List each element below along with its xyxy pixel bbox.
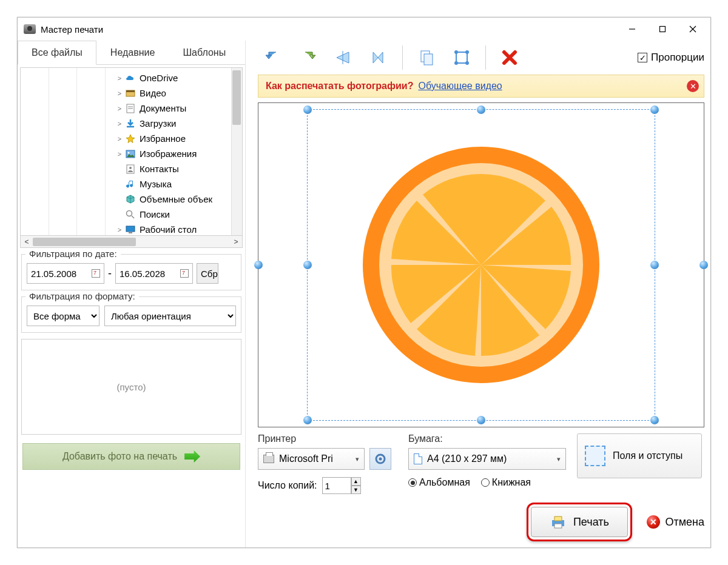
tree-item[interactable]: >Документы bbox=[106, 101, 242, 116]
resize-handle[interactable] bbox=[303, 261, 312, 269]
downloads-icon bbox=[125, 119, 136, 129]
print-button-highlight: Печать bbox=[527, 503, 632, 541]
svg-point-22 bbox=[465, 50, 469, 54]
print-button[interactable]: Печать bbox=[531, 507, 628, 537]
date-filter-box: Фильтрация по дате: 21.05.2008 - 16.05.2… bbox=[21, 254, 241, 290]
date-from-input[interactable]: 21.05.2008 bbox=[27, 263, 104, 284]
svg-point-24 bbox=[465, 61, 469, 65]
date-reset-button[interactable]: Сбросить bbox=[197, 263, 218, 284]
resize-handle[interactable] bbox=[650, 416, 659, 424]
maximize-button[interactable] bbox=[647, 19, 678, 39]
rotate-right-button[interactable] bbox=[293, 44, 323, 71]
margins-icon bbox=[585, 446, 605, 466]
orientation-landscape-radio[interactable]: Альбомная bbox=[408, 477, 470, 488]
cancel-button[interactable]: ✕ Отмена bbox=[647, 515, 704, 529]
svg-rect-15 bbox=[126, 226, 135, 232]
fav-icon bbox=[125, 134, 136, 144]
tree-item[interactable]: >Рабочий стол bbox=[106, 222, 242, 235]
printer-settings-button[interactable] bbox=[369, 448, 391, 470]
left-panel: Все файлы Недавние Шаблоны >OneDrive>Вид… bbox=[18, 41, 246, 547]
camera-icon bbox=[24, 24, 36, 34]
date-filter-label: Фильтрация по дате: bbox=[25, 249, 121, 259]
calendar-icon[interactable] bbox=[92, 269, 100, 278]
resize-handle[interactable] bbox=[477, 416, 485, 424]
svg-point-21 bbox=[454, 50, 458, 54]
video-icon bbox=[125, 89, 136, 98]
paper-combo[interactable]: A4 (210 x 297 мм) ▾ bbox=[408, 448, 566, 470]
tree-item[interactable]: Контакты bbox=[106, 161, 242, 176]
resize-handle[interactable] bbox=[303, 416, 312, 424]
tree-item[interactable]: >Загрузки bbox=[106, 116, 242, 131]
copies-label: Число копий: bbox=[258, 480, 317, 491]
tree-item[interactable]: >Изображения bbox=[106, 146, 242, 161]
tree-item[interactable]: Музыка bbox=[106, 176, 242, 192]
copy-button[interactable] bbox=[411, 44, 442, 71]
format-filter-label: Фильтрация по формату: bbox=[25, 291, 139, 301]
delete-button[interactable] bbox=[494, 44, 525, 71]
onedrive-icon bbox=[125, 73, 136, 83]
tab-all-files[interactable]: Все файлы bbox=[18, 41, 96, 65]
tree-item[interactable]: Поиски bbox=[106, 207, 242, 222]
resize-handle-left[interactable] bbox=[254, 261, 263, 269]
rotate-left-button[interactable] bbox=[258, 44, 288, 71]
tree-item[interactable]: >Избранное bbox=[106, 131, 242, 146]
svg-rect-31 bbox=[554, 524, 562, 528]
printer-combo[interactable]: Microsoft Pri ▾ bbox=[258, 448, 365, 470]
resize-handle[interactable] bbox=[650, 261, 659, 269]
orientation-combo[interactable]: Любая ориентация bbox=[104, 306, 236, 326]
page-icon bbox=[414, 453, 422, 464]
cancel-icon: ✕ bbox=[647, 515, 660, 529]
print-canvas[interactable] bbox=[258, 102, 704, 427]
resize-handle[interactable] bbox=[650, 105, 659, 114]
paper-label: Бумага: bbox=[408, 433, 566, 444]
printer-icon bbox=[550, 515, 566, 529]
orange-slice-image[interactable] bbox=[354, 138, 608, 392]
tab-templates[interactable]: Шаблоны bbox=[169, 41, 240, 64]
hint-close-icon[interactable]: ✕ bbox=[687, 80, 699, 92]
file-browser: >OneDrive>Видео>Документы>Загрузки>Избра… bbox=[20, 67, 243, 236]
tab-recent[interactable]: Недавние bbox=[96, 41, 169, 64]
flip-vertical-button[interactable] bbox=[328, 44, 359, 71]
resize-handle[interactable] bbox=[477, 105, 485, 114]
search-icon bbox=[125, 210, 136, 219]
pictures-icon bbox=[125, 149, 136, 159]
proportions-checkbox[interactable]: ✓ Пропорции bbox=[638, 52, 704, 64]
svg-line-14 bbox=[132, 216, 134, 218]
right-panel: ✓ Пропорции Как распечатать фотографии? … bbox=[246, 41, 710, 547]
svg-rect-5 bbox=[126, 90, 135, 92]
tree-item[interactable]: Объемные объек bbox=[106, 192, 242, 207]
svg-rect-16 bbox=[129, 232, 132, 233]
svg-rect-20 bbox=[456, 52, 467, 63]
flip-horizontal-button[interactable] bbox=[363, 44, 394, 71]
tutorial-video-link[interactable]: Обучающее видео bbox=[418, 81, 502, 92]
desktop-icon bbox=[125, 225, 136, 235]
folder-tree[interactable]: >OneDrive>Видео>Документы>Загрузки>Избра… bbox=[106, 68, 242, 235]
svg-point-13 bbox=[127, 210, 132, 216]
minimize-button[interactable] bbox=[617, 19, 647, 39]
svg-rect-1 bbox=[660, 27, 666, 32]
svg-point-28 bbox=[379, 458, 382, 461]
margins-button[interactable]: Поля и отступы bbox=[577, 433, 702, 478]
add-photo-button[interactable]: Добавить фото на печать bbox=[22, 443, 240, 470]
printer-label: Принтер bbox=[258, 433, 397, 444]
checkbox-icon: ✓ bbox=[638, 53, 647, 62]
contacts-icon bbox=[125, 164, 136, 174]
date-to-input[interactable]: 16.05.2028 bbox=[115, 263, 193, 284]
horizontal-scrollbar[interactable]: <> bbox=[20, 236, 243, 248]
copies-input[interactable]: ▲▼ bbox=[322, 477, 361, 494]
vertical-scrollbar[interactable] bbox=[231, 68, 242, 235]
svg-point-10 bbox=[128, 152, 130, 153]
calendar-icon[interactable] bbox=[180, 269, 189, 278]
resize-handle[interactable] bbox=[303, 105, 312, 114]
close-button[interactable] bbox=[678, 19, 708, 39]
3d-icon bbox=[125, 195, 136, 204]
hint-question: Как распечатать фотографии? bbox=[266, 81, 413, 92]
print-wizard-window: Мастер печати Все файлы Недавние Шаблоны… bbox=[17, 17, 711, 548]
title-bar: Мастер печати bbox=[18, 18, 710, 41]
resize-handle-right[interactable] bbox=[699, 261, 708, 269]
tree-item[interactable]: >Видео bbox=[106, 85, 242, 101]
format-combo[interactable]: Все форма bbox=[27, 306, 99, 326]
orientation-portrait-radio[interactable]: Книжная bbox=[481, 477, 531, 488]
tree-item[interactable]: >OneDrive bbox=[106, 70, 242, 85]
crop-button[interactable] bbox=[447, 44, 477, 71]
